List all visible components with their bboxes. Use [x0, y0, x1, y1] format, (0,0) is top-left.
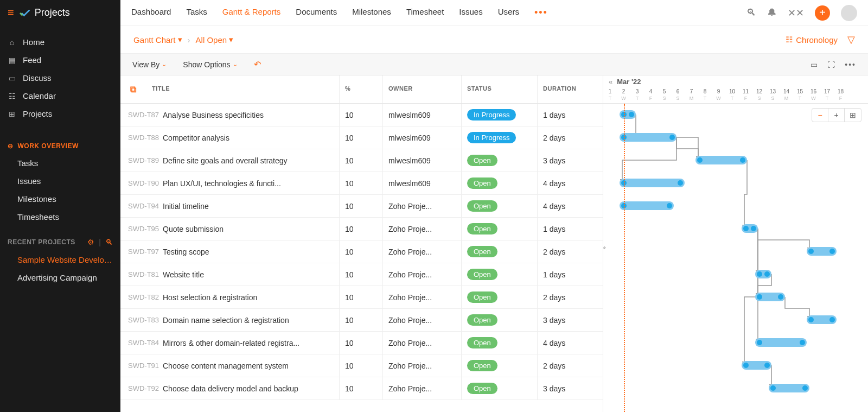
search-icon[interactable]: 🔍︎ — [105, 238, 113, 246]
tab-dashboard[interactable]: Dashboard — [131, 7, 171, 18]
day-column: 13S — [766, 88, 780, 102]
task-title[interactable]: Define site goals and overall strategy — [163, 149, 340, 172]
table-row[interactable]: SWD-T92Choose data delivery model and ba… — [120, 377, 603, 400]
gantt-row — [603, 195, 868, 218]
add-button[interactable]: + — [815, 5, 830, 21]
status-badge: Open — [467, 269, 497, 280]
more-icon[interactable]: ••• — [845, 60, 856, 69]
chronology-button[interactable]: ☷Chronology — [786, 35, 838, 45]
gantt-bar[interactable] — [620, 133, 676, 142]
sidebar-item-discuss[interactable]: ▭Discuss — [0, 69, 120, 87]
col-title[interactable]: TITLE — [146, 75, 340, 103]
gantt-bar[interactable] — [742, 224, 758, 233]
day-column: 5S — [658, 88, 671, 102]
gantt-row — [603, 126, 868, 149]
recent-project[interactable]: Sample Website Develo… — [0, 251, 120, 269]
settings-icon[interactable]: ⚙ — [87, 238, 94, 246]
nav-icon: ☷ — [8, 92, 16, 100]
task-title[interactable]: Choose data delivery model and backup — [163, 377, 340, 400]
tab-tasks[interactable]: Tasks — [186, 7, 207, 18]
fit-icon[interactable]: ▭ — [810, 60, 818, 69]
show-options-dropdown[interactable]: Show Options ⌄ — [183, 60, 237, 69]
day-column: 18F — [834, 88, 847, 102]
status-badge: Open — [467, 223, 497, 234]
table-row[interactable]: SWD-T81Website title10Zoho Proje...Open1… — [120, 263, 603, 286]
hierarchy-icon[interactable]: ⧉ — [130, 85, 137, 94]
task-title[interactable]: Choose content management system — [163, 354, 340, 377]
gantt-bar[interactable] — [620, 201, 674, 210]
search-icon[interactable]: 🔍︎ — [746, 7, 756, 18]
gantt-bar[interactable] — [620, 179, 685, 187]
more-tabs-icon[interactable]: ••• — [534, 7, 548, 18]
sidebar-item-milestones[interactable]: Milestones — [0, 190, 120, 208]
task-title[interactable]: Initial timeline — [163, 195, 340, 217]
sidebar-item-issues[interactable]: Issues — [0, 172, 120, 190]
tab-documents[interactable]: Documents — [296, 7, 337, 18]
tab-gantt-reports[interactable]: Gantt & Reports — [222, 7, 281, 18]
task-title[interactable]: Analyse Business specificities — [163, 104, 340, 126]
table-row[interactable]: SWD-T97Testing scope10Zoho Proje...Open2… — [120, 240, 603, 263]
table-row[interactable]: SWD-T89Define site goals and overall str… — [120, 149, 603, 172]
col-owner[interactable]: OWNER — [383, 75, 462, 103]
avatar[interactable] — [841, 5, 857, 21]
table-row[interactable]: SWD-T94Initial timeline10Zoho Proje...Op… — [120, 195, 603, 218]
task-title[interactable]: Quote submission — [163, 218, 340, 240]
tab-issues[interactable]: Issues — [459, 7, 482, 18]
task-percent: 10 — [340, 172, 383, 194]
table-row[interactable]: SWD-T91Choose content management system1… — [120, 354, 603, 377]
zoom-fit-icon[interactable]: ⊞ — [845, 109, 861, 122]
gantt-bar[interactable] — [620, 110, 636, 119]
tools-icon[interactable]: ✕✕ — [788, 7, 804, 19]
undo-icon[interactable]: ↶ — [254, 59, 261, 69]
gantt-bar[interactable] — [755, 270, 771, 278]
tab-users[interactable]: Users — [498, 7, 519, 18]
sidebar-item-timesheets[interactable]: Timesheets — [0, 208, 120, 226]
task-status: Open — [462, 149, 538, 172]
gantt-bar[interactable] — [742, 361, 771, 370]
task-owner: mlweslm609 — [383, 126, 462, 149]
zoom-in-icon[interactable]: + — [828, 109, 845, 122]
table-row[interactable]: SWD-T82Host selection & registration10Zo… — [120, 286, 603, 309]
sidebar-item-tasks[interactable]: Tasks — [0, 154, 120, 172]
view-by-dropdown[interactable]: View By ⌄ — [132, 60, 167, 69]
col-duration[interactable]: DURATION — [538, 75, 603, 103]
zoom-out-icon[interactable]: − — [812, 109, 828, 122]
task-title[interactable]: Website title — [163, 263, 340, 286]
filter-icon[interactable]: ▽ — [847, 34, 855, 46]
minus-circle-icon[interactable]: ⊖ — [8, 142, 14, 150]
gantt-bar[interactable] — [807, 315, 837, 324]
tab-timesheet[interactable]: Timesheet — [406, 7, 444, 18]
task-title[interactable]: Testing scope — [163, 240, 340, 263]
all-open-dropdown[interactable]: All Open ▾ — [196, 35, 234, 45]
sidebar-item-feed[interactable]: ▤Feed — [0, 51, 120, 69]
table-row[interactable]: SWD-T95Quote submission10Zoho Proje...Op… — [120, 218, 603, 240]
task-title[interactable]: Competitor analysis — [163, 126, 340, 149]
table-row[interactable]: SWD-T90Plan UX/UI, technologies & functi… — [120, 172, 603, 195]
col-status[interactable]: STATUS — [462, 75, 538, 103]
table-row[interactable]: SWD-T83Domain name selection & registrat… — [120, 309, 603, 332]
gantt-bar[interactable] — [769, 384, 809, 392]
task-title[interactable]: Plan UX/UI, technologies & functi... — [163, 172, 340, 194]
sidebar-item-projects[interactable]: ⊞Projects — [0, 105, 120, 123]
task-title[interactable]: Mirrors & other domain-related registra.… — [163, 332, 340, 354]
table-row[interactable]: SWD-T87Analyse Business specificities10m… — [120, 104, 603, 126]
gantt-bar[interactable] — [807, 247, 837, 256]
hamburger-icon[interactable]: ≡ — [8, 7, 14, 19]
sidebar-item-home[interactable]: ⌂Home — [0, 33, 120, 51]
tab-milestones[interactable]: Milestones — [352, 7, 391, 18]
day-column: 17T — [820, 88, 834, 102]
col-percent[interactable]: % — [340, 75, 383, 103]
gantt-chart-dropdown[interactable]: Gantt Chart ▾ — [133, 35, 182, 45]
expand-icon[interactable]: ⛶ — [827, 60, 835, 69]
task-title[interactable]: Domain name selection & registration — [163, 309, 340, 331]
gantt-bar[interactable] — [755, 338, 807, 347]
prev-month-icon[interactable]: « — [609, 78, 612, 86]
table-row[interactable]: SWD-T88Competitor analysis10mlweslm609In… — [120, 126, 603, 149]
gantt-bar[interactable] — [695, 156, 747, 164]
task-title[interactable]: Host selection & registration — [163, 286, 340, 308]
gantt-bar[interactable] — [755, 293, 785, 301]
bell-icon[interactable]: 🔔︎ — [767, 7, 777, 18]
recent-project[interactable]: Advertising Campaign — [0, 269, 120, 287]
sidebar-item-calendar[interactable]: ☷Calendar — [0, 87, 120, 105]
table-row[interactable]: SWD-T84Mirrors & other domain-related re… — [120, 332, 603, 354]
